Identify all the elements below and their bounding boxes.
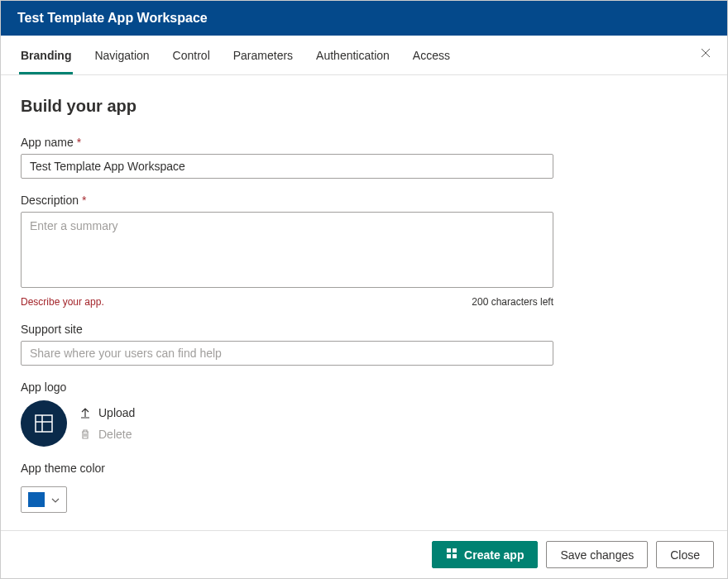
window-header: Test Template App Workspace [1,1,727,36]
tab-control[interactable]: Control [173,37,210,74]
trash-icon [79,428,92,441]
field-support-site: Support site [21,323,707,366]
close-button[interactable]: Close [656,541,714,568]
footer-bar: Create app Save changes Close [1,530,727,578]
app-name-input[interactable] [21,154,553,179]
field-theme-color: App theme color [21,462,707,513]
field-description: Description Describe your app. 200 chara… [21,194,707,308]
theme-color-label: App theme color [21,462,707,475]
theme-color-picker[interactable] [21,486,67,513]
description-label: Description [21,194,707,207]
field-app-logo: App logo Upload [21,380,707,447]
tab-authentication[interactable]: Authentication [316,37,390,74]
description-char-count: 200 characters left [472,296,553,308]
support-site-label: Support site [21,323,707,336]
delete-logo-button[interactable]: Delete [79,428,135,441]
svg-rect-4 [453,548,457,553]
section-title: Build your app [21,97,707,116]
tab-access[interactable]: Access [413,37,450,74]
tab-parameters[interactable]: Parameters [233,37,293,74]
description-error: Describe your app. [21,296,104,308]
close-icon[interactable] [701,47,711,60]
description-input[interactable] [21,212,553,288]
color-swatch [28,492,45,507]
upload-logo-button[interactable]: Upload [79,406,135,419]
upload-icon [79,406,92,419]
window-title: Test Template App Workspace [17,11,208,25]
content-area: Build your app App name Description Desc… [1,75,727,530]
app-logo-icon [34,414,54,433]
create-app-label: Create app [464,548,524,562]
save-changes-button[interactable]: Save changes [546,541,648,568]
create-app-icon [446,548,457,562]
support-site-input[interactable] [21,341,553,366]
field-app-name: App name [21,136,707,179]
svg-rect-5 [447,554,451,558]
upload-label: Upload [98,406,135,419]
app-logo-preview [21,400,67,447]
svg-rect-0 [36,415,52,432]
tab-navigation[interactable]: Navigation [94,37,149,74]
create-app-button[interactable]: Create app [432,541,538,568]
svg-rect-6 [453,554,457,558]
tab-bar: Branding Navigation Control Parameters A… [1,36,727,75]
app-logo-label: App logo [21,380,707,394]
chevron-down-icon [51,495,60,505]
app-name-label: App name [21,136,707,149]
svg-rect-3 [447,548,451,553]
delete-label: Delete [98,428,132,441]
tab-branding[interactable]: Branding [21,37,71,74]
